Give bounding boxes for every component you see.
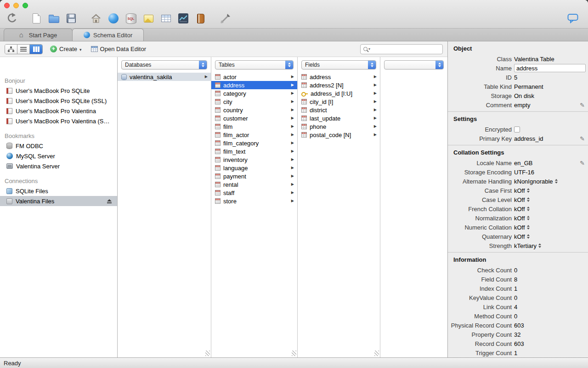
name-input[interactable]	[514, 64, 586, 72]
table-row-label: store	[223, 198, 237, 205]
field-row[interactable]: last_update ▶	[298, 114, 380, 122]
databases-popup[interactable]: Databases	[121, 60, 207, 69]
fields-column: Fields address ▶	[298, 57, 380, 357]
field-row[interactable]: postal_code [N] ▶	[298, 131, 380, 139]
field-row[interactable]: address2 [N] ▶	[298, 81, 380, 89]
inspector-label: ID	[450, 74, 514, 81]
sql-database-icon[interactable]: SQL	[124, 11, 138, 26]
stepper-arrows-icon[interactable]	[527, 225, 530, 230]
table-row[interactable]: store ▶	[211, 197, 297, 205]
fourth-popup[interactable]	[384, 60, 444, 69]
table-row[interactable]: film ▶	[211, 122, 297, 131]
search-field[interactable]: ▾	[360, 44, 443, 54]
connection-dart-icon[interactable]	[219, 11, 232, 26]
tables-popup[interactable]: Tables	[215, 60, 294, 69]
stepper-arrows-icon[interactable]	[527, 188, 530, 193]
table-row[interactable]: country ▶	[211, 106, 297, 114]
table-row[interactable]: film_category ▶	[211, 139, 297, 147]
inspector-row: Case Level kOff	[448, 195, 588, 204]
table-grid-icon[interactable]	[159, 11, 173, 26]
home-icon[interactable]	[89, 11, 103, 26]
column-resize-grip[interactable]	[374, 351, 379, 356]
snippets-icon[interactable]	[141, 11, 155, 26]
table-row[interactable]: film_text ▶	[211, 147, 297, 155]
chart-icon[interactable]	[176, 11, 190, 26]
collation-section-title: Collation Settings	[448, 148, 588, 158]
undo-icon[interactable]	[5, 11, 18, 26]
stepper-arrows-icon[interactable]	[527, 197, 530, 202]
sidebar-item[interactable]: User's MacBook Pro Valentina	[0, 106, 117, 116]
field-row[interactable]: city_id [I] ▶	[298, 98, 380, 106]
view-tree-button[interactable]	[5, 45, 17, 54]
sidebar-item[interactable]: SQLite Files	[0, 186, 117, 196]
popup-value[interactable]: kTertiary	[514, 242, 537, 249]
sidebar-item[interactable]: User's MacBook Pro SQLite (SSL)	[0, 96, 117, 106]
tab[interactable]: Start Page	[4, 29, 73, 41]
table-row[interactable]: customer ▶	[211, 114, 297, 122]
table-row[interactable]: inventory ▶	[211, 155, 297, 164]
database-row[interactable]: valentina_sakila ▶	[118, 73, 211, 81]
edit-pencil-icon[interactable]: ✎	[580, 160, 585, 167]
stepper-arrows-icon[interactable]	[527, 207, 530, 211]
inspector-label: Encrypted	[450, 126, 514, 133]
zoom-window-button[interactable]	[23, 3, 28, 8]
field-row[interactable]: district ▶	[298, 106, 380, 114]
stepper-arrows-icon[interactable]	[538, 243, 541, 248]
table-row[interactable]: rental ▶	[211, 180, 297, 189]
feedback-bubble-icon[interactable]	[566, 11, 580, 26]
stepper-arrows-icon[interactable]	[555, 179, 558, 184]
popup-value[interactable]: kOff	[514, 196, 525, 203]
table-row[interactable]: payment ▶	[211, 172, 297, 180]
table-row[interactable]: actor ▶	[211, 73, 297, 81]
sidebar-item[interactable]: User's MacBook Pro Valentina (S…	[0, 116, 117, 126]
sidebar-item[interactable]: User's MacBook Pro SQLite	[0, 86, 117, 96]
open-folder-icon[interactable]	[47, 11, 61, 26]
report-icon[interactable]	[194, 11, 208, 26]
fields-popup[interactable]: Fields	[301, 60, 376, 69]
popup-value[interactable]: kOff	[514, 206, 525, 213]
table-row[interactable]: city ▶	[211, 98, 297, 106]
create-button[interactable]: + Create ▾	[48, 45, 84, 53]
inspector-value: On disk	[514, 92, 576, 99]
popup-value[interactable]: kOff	[514, 215, 525, 222]
popup-value[interactable]: kOff	[514, 187, 525, 194]
field-row[interactable]: address_id [I:U] ▶	[298, 89, 380, 98]
field-row[interactable]: phone ▶	[298, 122, 380, 131]
open-data-editor-button[interactable]: Open Data Editor	[89, 45, 148, 53]
titlebar-toolbar: SQL	[0, 0, 588, 29]
view-columns-button[interactable]	[30, 45, 42, 54]
table-row[interactable]: film_actor ▶	[211, 131, 297, 139]
edit-pencil-icon[interactable]: ✎	[580, 135, 585, 142]
inspector-value: en_GB	[514, 160, 576, 167]
minimize-window-button[interactable]	[13, 3, 19, 8]
inspector-row: Field Count 8	[448, 275, 588, 284]
table-row[interactable]: staff ▶	[211, 189, 297, 197]
databases-list: valentina_sakila ▶	[118, 72, 211, 357]
view-list-button[interactable]	[17, 45, 30, 54]
sidebar-item[interactable]: Valentina Server	[0, 161, 117, 171]
tab[interactable]: Schema Editor	[72, 29, 144, 41]
sidebar-item[interactable]: FM ODBC	[0, 141, 117, 151]
save-icon[interactable]	[64, 11, 78, 26]
table-row[interactable]: category ▶	[211, 89, 297, 98]
stepper-arrows-icon[interactable]	[527, 234, 530, 239]
search-input[interactable]	[371, 46, 440, 52]
field-row[interactable]: address ▶	[298, 73, 380, 81]
encrypted-checkbox[interactable]	[514, 126, 520, 132]
eject-icon[interactable]	[107, 199, 112, 203]
database-sphere-icon[interactable]	[107, 11, 120, 26]
information-rows: Check Count 0 Field Count 8	[448, 265, 588, 357]
popup-value[interactable]: kNonIgnorable	[514, 178, 553, 185]
column-resize-grip[interactable]	[292, 351, 296, 356]
edit-pencil-icon[interactable]: ✎	[580, 102, 585, 109]
popup-value[interactable]: kOff	[514, 224, 525, 231]
table-row[interactable]: language ▶	[211, 164, 297, 172]
sidebar-item[interactable]: MySQL Server	[0, 151, 117, 161]
table-row[interactable]: address ▶	[211, 81, 297, 89]
close-window-button[interactable]	[4, 3, 10, 8]
column-resize-grip[interactable]	[205, 351, 210, 356]
new-document-icon[interactable]	[29, 11, 43, 26]
stepper-arrows-icon[interactable]	[527, 216, 530, 220]
sidebar-item[interactable]: Valentina Files	[0, 196, 117, 206]
popup-value[interactable]: kOff	[514, 233, 525, 240]
